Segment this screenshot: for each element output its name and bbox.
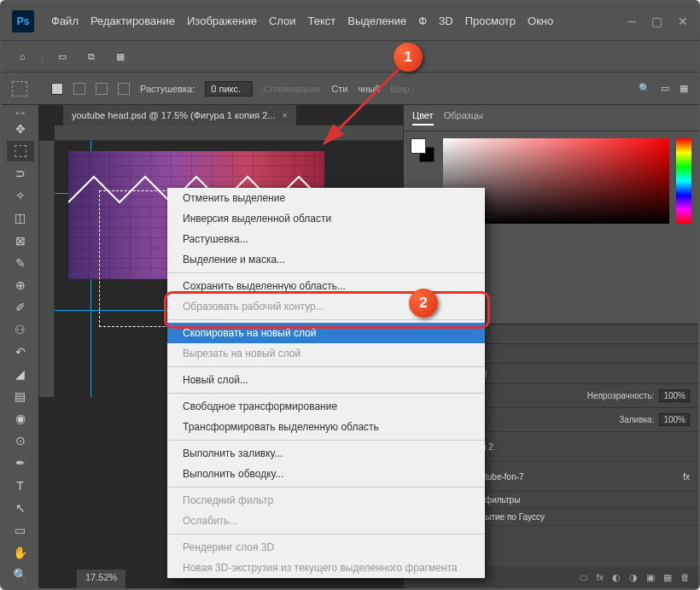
zoom-level[interactable]: 17.52% bbox=[85, 572, 117, 582]
menu-layers[interactable]: Слои bbox=[269, 15, 296, 27]
feather-label: Растушевка: bbox=[140, 84, 195, 94]
crop-tool[interactable]: ◫ bbox=[7, 207, 34, 228]
context-menu-item: Последний фильтр bbox=[167, 490, 485, 511]
eyedropper-tool[interactable]: ✎ bbox=[7, 253, 34, 273]
grid-icon[interactable]: ▦ bbox=[110, 46, 131, 67]
stamp-tool[interactable]: ⚇ bbox=[7, 319, 34, 340]
fg-color[interactable] bbox=[411, 138, 426, 154]
menu-3d[interactable]: 3D bbox=[439, 15, 453, 27]
tab-color[interactable]: Цвет bbox=[412, 110, 434, 126]
top-toolbar: ⌂ | ▭ ⧉ ▦ bbox=[2, 40, 698, 73]
mode-int-icon[interactable] bbox=[118, 83, 130, 95]
app-logo: Ps bbox=[12, 10, 34, 32]
group-icon[interactable]: ▣ bbox=[646, 572, 655, 583]
fg-bg-swatch[interactable] bbox=[411, 138, 436, 164]
window-controls: ─ ▢ ✕ bbox=[627, 15, 688, 28]
share-icon[interactable]: ▭ bbox=[661, 83, 669, 94]
style-value: чный bbox=[358, 84, 380, 94]
healing-tool[interactable]: ⊕ bbox=[7, 275, 34, 295]
menu-text[interactable]: Текст bbox=[308, 15, 336, 27]
document-title: youtube head.psd @ 17.5% (Фигура 1 копия… bbox=[72, 110, 275, 120]
context-menu-separator bbox=[167, 440, 485, 441]
shape-tool[interactable]: ▭ bbox=[7, 520, 34, 540]
fx-badge[interactable]: fx bbox=[683, 472, 690, 482]
menu-window[interactable]: Окно bbox=[528, 15, 553, 27]
opacity-value[interactable]: 100% bbox=[659, 389, 690, 402]
mode-sub-icon[interactable] bbox=[96, 83, 108, 95]
pen-tool[interactable]: ✒ bbox=[7, 453, 34, 473]
mode-add-icon[interactable] bbox=[73, 83, 85, 95]
home-icon[interactable]: ⌂ bbox=[12, 46, 32, 67]
menu-filter[interactable]: Ф bbox=[418, 15, 427, 27]
zoom-tool[interactable]: 🔍 bbox=[7, 564, 34, 585]
dodge-tool[interactable]: ⊙ bbox=[7, 430, 34, 451]
doc-icon[interactable]: ▭ bbox=[52, 46, 73, 67]
context-menu-item[interactable]: Выполнить заливку... bbox=[167, 443, 485, 464]
tab-close-icon[interactable]: × bbox=[282, 110, 287, 120]
menu-view[interactable]: Просмотр bbox=[465, 15, 516, 27]
context-menu-item[interactable]: Растушевка... bbox=[167, 229, 485, 249]
style-label: Сти bbox=[331, 84, 347, 94]
link-icon[interactable]: ⬭ bbox=[580, 572, 587, 583]
menu-file[interactable]: Файл bbox=[51, 15, 79, 27]
titlebar: Ps Файл Редактирование Изображение Слои … bbox=[2, 2, 698, 40]
frame-tool[interactable]: ⊠ bbox=[7, 230, 34, 250]
width-label: Шир.: bbox=[390, 84, 414, 94]
status-bar: 17.52% bbox=[77, 570, 125, 588]
context-menu-item[interactable]: Трансформировать выделенную область bbox=[167, 417, 485, 437]
stack-icon[interactable]: ⧉ bbox=[81, 46, 102, 67]
annotation-badge-2: 2 bbox=[409, 289, 438, 318]
tab-swatches[interactable]: Образцы bbox=[444, 110, 483, 126]
fx-icon[interactable]: fx bbox=[596, 572, 604, 582]
menu-edit[interactable]: Редактирование bbox=[90, 15, 175, 27]
context-menu-item: Новая 3D-экструзия из текущего выделенно… bbox=[167, 558, 485, 578]
minimize-button[interactable]: ─ bbox=[627, 15, 636, 28]
ruler-horizontal[interactable] bbox=[55, 126, 403, 141]
ruler-vertical[interactable] bbox=[39, 141, 55, 397]
tools-panel: ▸◂ ✥ ⊃ ✧ ◫ ⊠ ✎ ⊕ ✐ ⚇ ↶ ◢ ▤ ◉ ⊙ ✒ T ↖ ▭ ✋… bbox=[2, 105, 39, 588]
history-brush-tool[interactable]: ↶ bbox=[7, 342, 34, 362]
context-menu-item[interactable]: Отменить выделение bbox=[167, 188, 485, 208]
eraser-tool[interactable]: ◢ bbox=[7, 364, 34, 384]
gradient-tool[interactable]: ▤ bbox=[7, 386, 34, 406]
maximize-button[interactable]: ▢ bbox=[651, 15, 662, 28]
menu-image[interactable]: Изображение bbox=[187, 15, 257, 27]
opacity-label: Непрозрачность: bbox=[587, 391, 655, 400]
context-menu-item[interactable]: Скопировать на новый слой bbox=[167, 323, 485, 343]
workspace-icon[interactable]: ▦ bbox=[680, 83, 688, 94]
context-menu-item[interactable]: Выделение и маска... bbox=[167, 249, 485, 270]
document-tab[interactable]: youtube head.psd @ 17.5% (Фигура 1 копия… bbox=[63, 105, 296, 126]
path-tool[interactable]: ↖ bbox=[7, 498, 34, 518]
brush-tool[interactable]: ✐ bbox=[7, 297, 34, 318]
move-tool[interactable]: ✥ bbox=[7, 119, 34, 139]
menu-select[interactable]: Выделение bbox=[347, 15, 406, 27]
context-menu-item: Вырезать на новый слой bbox=[167, 343, 485, 364]
marquee-tool[interactable] bbox=[7, 141, 34, 161]
context-menu-separator bbox=[167, 534, 485, 535]
context-menu-item: Ослабить... bbox=[167, 511, 485, 531]
trash-icon[interactable]: 🗑 bbox=[680, 572, 690, 582]
lasso-tool[interactable]: ⊃ bbox=[7, 163, 34, 184]
feather-input[interactable] bbox=[205, 81, 253, 96]
fill-value[interactable]: 100% bbox=[659, 413, 690, 426]
close-button[interactable]: ✕ bbox=[678, 15, 688, 28]
type-tool[interactable]: T bbox=[7, 476, 34, 496]
context-menu: Отменить выделениеИнверсия выделенной об… bbox=[167, 188, 485, 578]
context-menu-item[interactable]: Сохранить выделенную область... bbox=[167, 276, 485, 296]
search-icon[interactable]: 🔍 bbox=[639, 83, 650, 94]
context-menu-item[interactable]: Выполнить обводку... bbox=[167, 464, 485, 484]
context-menu-item[interactable]: Инверсия выделенной области bbox=[167, 208, 485, 229]
color-panel-tabs: Цвет Образцы bbox=[404, 105, 698, 131]
context-menu-item[interactable]: Свободное трансформирование bbox=[167, 396, 485, 417]
context-menu-separator bbox=[167, 487, 485, 488]
magic-wand-tool[interactable]: ✧ bbox=[7, 185, 34, 206]
hand-tool[interactable]: ✋ bbox=[7, 542, 34, 563]
new-layer-icon[interactable]: ▦ bbox=[663, 572, 672, 583]
context-menu-separator bbox=[167, 366, 485, 367]
hue-slider[interactable] bbox=[676, 138, 691, 224]
context-menu-item[interactable]: Новый слой... bbox=[167, 370, 485, 390]
blur-tool[interactable]: ◉ bbox=[7, 408, 34, 429]
mask-icon[interactable]: ◐ bbox=[612, 572, 621, 583]
adj-icon[interactable]: ◑ bbox=[629, 572, 638, 583]
mode-new-icon[interactable] bbox=[51, 83, 63, 95]
